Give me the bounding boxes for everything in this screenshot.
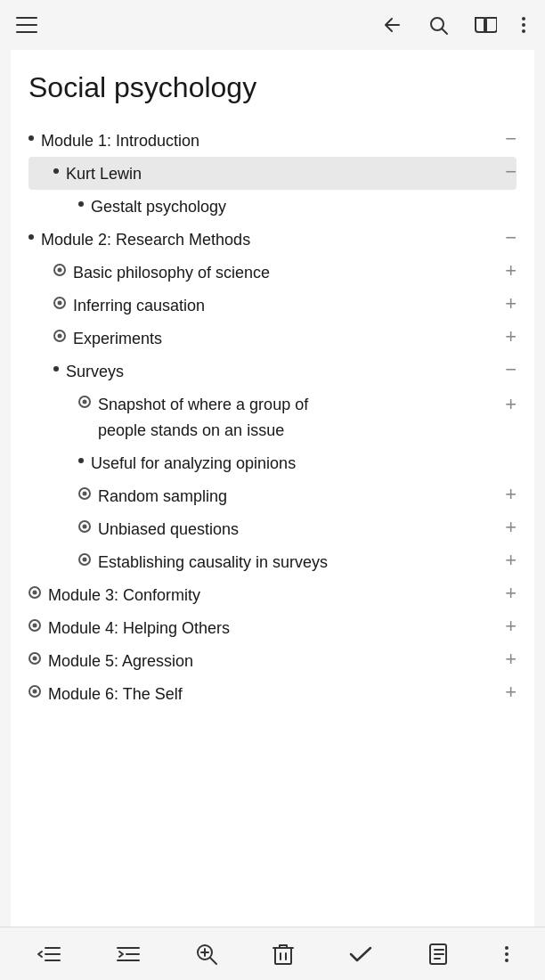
expand-action-13[interactable]: + [492,547,517,574]
item-label-12: Unbiased questions [98,516,239,542]
outline-row-11[interactable]: Random sampling + [28,479,517,512]
item-label-5: Basic philosophy of science [73,259,270,285]
outline-row-8[interactable]: Surveys − [28,355,517,388]
item-label-9: Snapshot of where a group of people stan… [98,391,308,443]
expand-action-9[interactable]: + [492,391,517,418]
top-toolbar [0,0,545,50]
expand-action-14[interactable]: + [492,580,517,607]
item-label-4: Module 2: Research Methods [41,226,250,252]
outline-container: Module 1: Introduction − Kurt Lewin − [28,124,517,710]
bullet-icon-6 [53,297,66,309]
outline-row-2[interactable]: Kurt Lewin − [28,157,517,190]
expand-action-17[interactable]: + [492,679,517,706]
svg-line-1 [443,29,448,35]
item-label-14: Module 3: Conformity [48,582,200,608]
more-button[interactable] [518,13,529,37]
book-button[interactable] [470,11,500,39]
outline-row-1[interactable]: Module 1: Introduction − [28,124,517,157]
expand-action-12[interactable]: + [492,514,517,541]
item-label-6: Inferring causation [73,292,205,318]
item-label-17: Module 6: The Self [48,681,183,706]
search-button[interactable] [424,11,452,39]
item-label-8: Surveys [66,358,124,384]
outline-row-16[interactable]: Module 5: Agression + [28,644,517,677]
note-button[interactable] [422,937,456,971]
outline-row-6[interactable]: Inferring causation + [28,289,517,322]
collapse-action-8[interactable]: − [492,356,517,383]
bullet-icon-17 [28,685,41,698]
toolbar-left [16,17,37,33]
item-label-3: Gestalt psychology [91,193,226,219]
svg-line-9 [210,958,216,964]
outdent-button[interactable] [31,939,67,969]
expand-action-7[interactable]: + [492,323,517,350]
item-label-10: Useful for analyzing opinions [91,450,296,476]
item-label-11: Random sampling [98,483,227,509]
bullet-icon-7 [53,330,66,342]
bullet-icon-9 [78,396,91,408]
bullet-icon-15 [28,619,41,632]
bullet-icon-1 [28,135,34,141]
main-content: Social psychology Module 1: Introduction… [11,50,534,927]
expand-action-11[interactable]: + [492,481,517,508]
bullet-icon-11 [78,487,91,500]
action-10 [492,448,517,455]
bottom-toolbar [0,927,545,980]
zoom-in-button[interactable] [190,937,224,971]
menu-icon[interactable] [16,17,37,33]
outline-row-14[interactable]: Module 3: Conformity + [28,578,517,611]
outline-row-10[interactable]: Useful for analyzing opinions [28,446,517,479]
outline-row-12[interactable]: Unbiased questions + [28,512,517,545]
check-button[interactable] [343,939,378,969]
collapse-action-4[interactable]: − [492,225,517,251]
item-label-15: Module 4: Helping Others [48,615,230,641]
toolbar-right [378,11,529,39]
outline-row-7[interactable]: Experiments + [28,322,517,355]
bullet-icon-14 [28,586,41,599]
collapse-action-1[interactable]: − [492,126,517,152]
outline-row-3[interactable]: Gestalt psychology [28,190,517,223]
expand-action-5[interactable]: + [492,257,517,284]
bullet-icon-10 [78,458,84,463]
bullet-icon-8 [53,366,59,372]
more-dots-icon [522,17,525,33]
delete-button[interactable] [267,936,299,972]
indent-button[interactable] [110,939,146,969]
item-label-7: Experiments [73,325,162,351]
more-options-icon [505,946,508,962]
expand-action-15[interactable]: + [492,613,517,640]
bullet-icon-4 [28,234,34,240]
bullet-icon-13 [78,553,91,566]
back-button[interactable] [378,11,406,39]
svg-rect-12 [275,948,291,964]
page-title: Social psychology [28,71,517,104]
expand-action-16[interactable]: + [492,646,517,673]
outline-row-9[interactable]: Snapshot of where a group of people stan… [28,388,517,446]
bullet-icon-3 [78,201,84,207]
bullet-icon-16 [28,652,41,665]
bullet-icon-12 [78,520,91,533]
bullet-icon-5 [53,264,66,276]
outline-row-15[interactable]: Module 4: Helping Others + [28,611,517,644]
outline-row-17[interactable]: Module 6: The Self + [28,677,517,710]
expand-action-6[interactable]: + [492,290,517,317]
item-label-2: Kurt Lewin [66,160,142,186]
outline-row-4[interactable]: Module 2: Research Methods − [28,223,517,256]
bullet-icon-2 [53,168,59,174]
item-label-1: Module 1: Introduction [41,127,199,153]
more-options-button[interactable] [500,941,514,968]
outline-row-5[interactable]: Basic philosophy of science + [28,256,517,289]
action-3 [492,192,517,199]
outline-row-13[interactable]: Establishing causality in surveys + [28,545,517,578]
item-label-16: Module 5: Agression [48,648,193,674]
item-label-13: Establishing causality in surveys [98,549,328,575]
collapse-action-2[interactable]: − [492,159,517,185]
